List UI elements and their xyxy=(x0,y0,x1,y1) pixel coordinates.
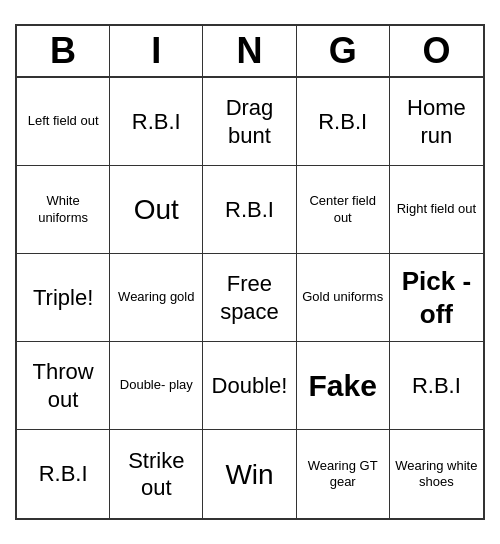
header-letter: N xyxy=(203,26,296,76)
cell-label: Wearing gold xyxy=(118,289,194,305)
cell-label: Center field out xyxy=(301,193,385,226)
cell-label: R.B.I xyxy=(225,196,274,224)
bingo-cell: Free space xyxy=(203,254,296,342)
cell-label: Drag bunt xyxy=(207,94,291,149)
bingo-cell: Wearing GT gear xyxy=(297,430,390,518)
bingo-cell: Center field out xyxy=(297,166,390,254)
bingo-cell: Wearing gold xyxy=(110,254,203,342)
bingo-card: BINGO Left field outR.B.IDrag buntR.B.IH… xyxy=(15,24,485,520)
bingo-cell: Fake xyxy=(297,342,390,430)
bingo-cell: R.B.I xyxy=(297,78,390,166)
cell-label: Triple! xyxy=(33,284,93,312)
cell-label: Free space xyxy=(207,270,291,325)
cell-label: R.B.I xyxy=(132,108,181,136)
header-letter: G xyxy=(297,26,390,76)
bingo-cell: Right field out xyxy=(390,166,483,254)
cell-label: R.B.I xyxy=(39,460,88,488)
bingo-cell: Home run xyxy=(390,78,483,166)
bingo-cell: R.B.I xyxy=(203,166,296,254)
cell-label: Double! xyxy=(212,372,288,400)
cell-label: Gold uniforms xyxy=(302,289,383,305)
cell-label: Fake xyxy=(309,367,377,405)
cell-label: Throw out xyxy=(21,358,105,413)
header-letter: B xyxy=(17,26,110,76)
header-letter: I xyxy=(110,26,203,76)
cell-label: Strike out xyxy=(114,447,198,502)
bingo-cell: Drag bunt xyxy=(203,78,296,166)
cell-label: Wearing GT gear xyxy=(301,458,385,491)
bingo-cell: Triple! xyxy=(17,254,110,342)
bingo-cell: Strike out xyxy=(110,430,203,518)
cell-label: Win xyxy=(225,457,273,492)
bingo-cell: Double! xyxy=(203,342,296,430)
bingo-cell: Win xyxy=(203,430,296,518)
bingo-header: BINGO xyxy=(17,26,483,78)
cell-label: Home run xyxy=(394,94,479,149)
bingo-cell: R.B.I xyxy=(17,430,110,518)
bingo-cell: Wearing white shoes xyxy=(390,430,483,518)
bingo-cell: Out xyxy=(110,166,203,254)
bingo-cell: Pick - off xyxy=(390,254,483,342)
cell-label: White uniforms xyxy=(21,193,105,226)
bingo-cell: Throw out xyxy=(17,342,110,430)
cell-label: R.B.I xyxy=(412,372,461,400)
bingo-grid: Left field outR.B.IDrag buntR.B.IHome ru… xyxy=(17,78,483,518)
header-letter: O xyxy=(390,26,483,76)
cell-label: R.B.I xyxy=(318,108,367,136)
bingo-cell: Double- play xyxy=(110,342,203,430)
cell-label: Left field out xyxy=(28,113,99,129)
cell-label: Right field out xyxy=(397,201,477,217)
cell-label: Pick - off xyxy=(394,265,479,330)
bingo-cell: R.B.I xyxy=(110,78,203,166)
cell-label: Out xyxy=(134,192,179,227)
bingo-cell: White uniforms xyxy=(17,166,110,254)
bingo-cell: R.B.I xyxy=(390,342,483,430)
cell-label: Wearing white shoes xyxy=(394,458,479,491)
cell-label: Double- play xyxy=(120,377,193,393)
bingo-cell: Gold uniforms xyxy=(297,254,390,342)
bingo-cell: Left field out xyxy=(17,78,110,166)
